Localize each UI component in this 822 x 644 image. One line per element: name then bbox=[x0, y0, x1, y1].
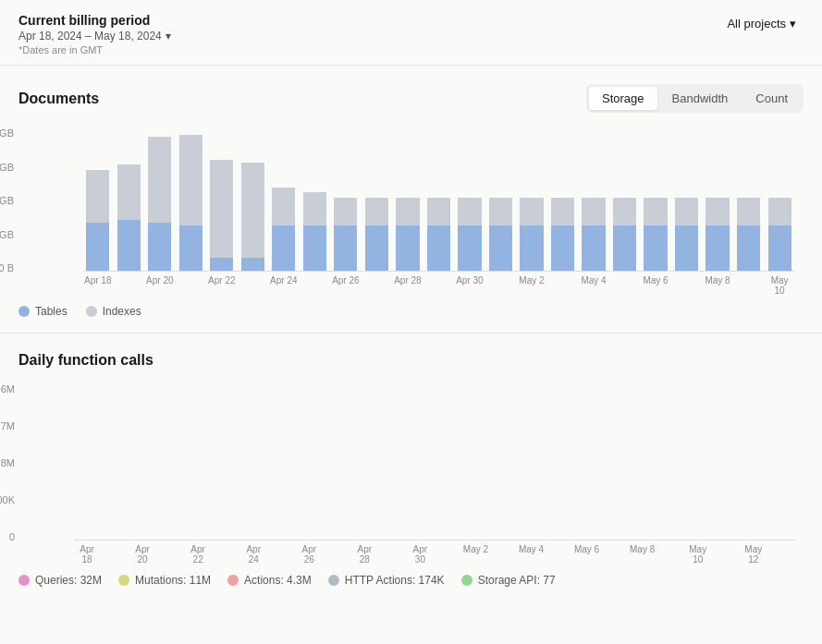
documents-section: Documents Storage Bandwidth Count 149.01… bbox=[0, 66, 822, 334]
dc-x-label: May 10 bbox=[685, 544, 711, 565]
doc-bar-stack bbox=[765, 128, 794, 271]
dc-bar-group bbox=[74, 383, 101, 540]
doc-bar-tables bbox=[768, 225, 791, 271]
doc-bar-indexes bbox=[458, 198, 481, 225]
doc-bar-tables bbox=[210, 258, 233, 271]
doc-bar-group bbox=[239, 128, 268, 271]
doc-bar-stack bbox=[269, 128, 299, 271]
doc-x-label: Apr 18 bbox=[83, 275, 113, 296]
doc-bar-group bbox=[765, 128, 794, 271]
doc-bar-group bbox=[672, 128, 702, 271]
doc-bar-tables bbox=[582, 225, 605, 271]
dc-x-label bbox=[713, 544, 739, 565]
legend-queries: Queries: 32M bbox=[18, 574, 102, 587]
doc-bar-tables bbox=[427, 225, 450, 271]
doc-bar-tables bbox=[551, 225, 574, 271]
doc-x-label bbox=[177, 275, 206, 296]
all-projects-dropdown[interactable]: All projects ▾ bbox=[719, 13, 804, 34]
doc-bar-stack bbox=[610, 128, 640, 271]
doc-bar-stack bbox=[177, 128, 206, 271]
doc-bar-stack bbox=[145, 128, 175, 271]
legend-dot-queries bbox=[18, 575, 30, 586]
doc-bar-indexes bbox=[644, 198, 667, 225]
dc-x-label: Apr 22 bbox=[185, 544, 211, 565]
doc-bar-indexes bbox=[737, 198, 760, 225]
dc-x-label: May 2 bbox=[462, 544, 488, 565]
doc-bar-stack bbox=[517, 128, 546, 271]
doc-bar-tables bbox=[737, 225, 760, 271]
legend-dot-tables bbox=[18, 306, 30, 317]
legend-dot-actions bbox=[227, 575, 239, 586]
doc-x-label bbox=[610, 275, 640, 296]
doc-bar-stack bbox=[207, 128, 237, 271]
dc-bar-group bbox=[656, 383, 683, 540]
doc-x-label: May 6 bbox=[641, 275, 670, 296]
doc-bar-stack bbox=[362, 128, 392, 271]
documents-x-axis: Apr 18Apr 20Apr 22Apr 24Apr 26Apr 28Apr … bbox=[83, 275, 794, 296]
doc-bar-stack bbox=[331, 128, 361, 271]
legend-dot-http bbox=[328, 575, 339, 586]
doc-bar-indexes bbox=[241, 163, 264, 259]
doc-bar-indexes bbox=[117, 164, 141, 220]
dc-x-label bbox=[435, 544, 460, 565]
dc-x-label: Apr 28 bbox=[351, 544, 377, 565]
dc-x-label: May 4 bbox=[519, 544, 545, 565]
legend-mutations: Mutations: 11M bbox=[118, 574, 211, 587]
dc-x-label: May 8 bbox=[630, 544, 656, 565]
dc-bar-group bbox=[213, 383, 239, 540]
dc-x-label bbox=[324, 544, 350, 565]
dc-x-label: May 12 bbox=[741, 544, 767, 565]
documents-legend: Tables Indexes bbox=[18, 305, 804, 318]
doc-bar-stack bbox=[393, 128, 423, 271]
doc-x-label: May 2 bbox=[517, 275, 546, 296]
doc-bar-tables bbox=[241, 258, 264, 271]
dc-bar-group bbox=[573, 383, 600, 540]
doc-bar-stack bbox=[239, 128, 268, 271]
dc-bar-group bbox=[240, 383, 267, 540]
doc-bar-stack bbox=[486, 128, 516, 271]
daily-calls-chart-container: 3.6M 2.7M 1.8M 900K 0 Apr 18Apr 20Apr 22… bbox=[18, 383, 804, 565]
billing-period-title: Current billing period bbox=[18, 13, 171, 28]
legend-dot-storage bbox=[461, 575, 472, 586]
dc-x-label bbox=[379, 544, 405, 565]
dc-bar-group bbox=[157, 383, 184, 540]
doc-x-label: Apr 28 bbox=[393, 275, 423, 296]
doc-bar-group bbox=[177, 128, 206, 271]
doc-bar-indexes bbox=[210, 160, 233, 258]
tab-storage[interactable]: Storage bbox=[589, 87, 657, 110]
doc-x-label bbox=[301, 275, 330, 296]
doc-bar-group bbox=[734, 128, 764, 271]
header: Current billing period Apr 18, 2024 – Ma… bbox=[0, 0, 822, 66]
legend-label-actions: Actions: 4.3M bbox=[244, 574, 312, 587]
doc-x-label: May 4 bbox=[579, 275, 608, 296]
dc-bar-group bbox=[518, 383, 545, 540]
doc-bar-group bbox=[83, 128, 113, 271]
dc-bar-group bbox=[712, 383, 739, 540]
doc-bar-tables bbox=[365, 225, 388, 271]
legend-label-mutations: Mutations: 11M bbox=[135, 574, 211, 587]
dc-x-label bbox=[157, 544, 183, 565]
documents-title: Documents bbox=[18, 91, 99, 107]
tab-bandwidth[interactable]: Bandwidth bbox=[659, 87, 742, 110]
y-label-4: 149.01 GB bbox=[0, 128, 14, 139]
doc-x-label bbox=[486, 275, 516, 296]
doc-x-label bbox=[362, 275, 392, 296]
tab-count[interactable]: Count bbox=[742, 87, 801, 110]
doc-bar-indexes bbox=[489, 198, 512, 225]
doc-x-label bbox=[239, 275, 268, 296]
doc-bar-tables bbox=[272, 225, 295, 271]
date-range-dropdown[interactable]: ▾ bbox=[166, 30, 171, 43]
dc-bar-group bbox=[324, 383, 350, 540]
dc-x-label bbox=[213, 544, 239, 565]
doc-bar-indexes bbox=[365, 198, 388, 225]
doc-x-label: Apr 30 bbox=[455, 275, 485, 296]
doc-bar-tables bbox=[303, 225, 326, 271]
legend-label-indexes: Indexes bbox=[103, 305, 141, 318]
doc-bar-group bbox=[207, 128, 237, 271]
dc-x-label: Apr 18 bbox=[74, 544, 100, 565]
daily-calls-y-axis: 3.6M 2.7M 1.8M 900K 0 bbox=[0, 383, 15, 542]
dc-x-label bbox=[268, 544, 294, 565]
dc-bar-group bbox=[379, 383, 406, 540]
daily-calls-bar-chart bbox=[74, 383, 794, 541]
doc-bar-indexes bbox=[520, 198, 543, 225]
